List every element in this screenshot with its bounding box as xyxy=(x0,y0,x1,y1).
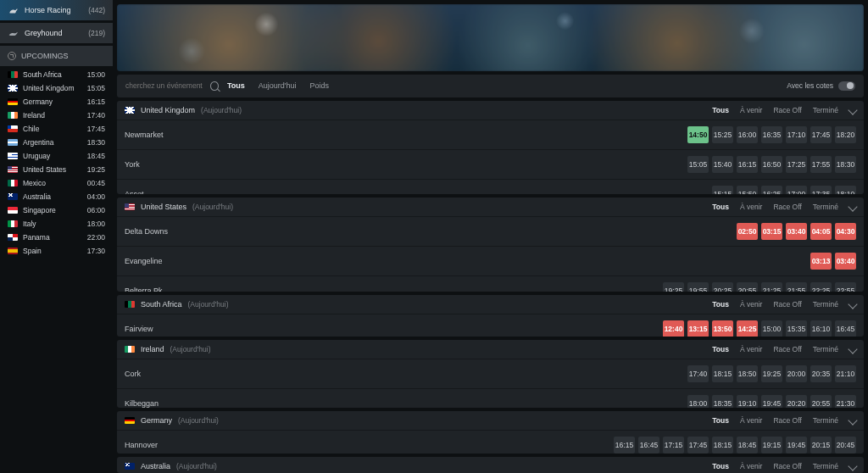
time-chip[interactable]: 03:13 xyxy=(810,253,832,270)
time-chip[interactable]: 15:35 xyxy=(786,320,807,337)
time-chip[interactable]: 19:45 xyxy=(786,437,807,454)
time-chip[interactable]: 16:10 xyxy=(810,320,832,337)
time-chip[interactable]: 16:00 xyxy=(737,126,758,143)
filter-raceoff[interactable]: Race Off xyxy=(773,106,801,114)
filter-all[interactable]: Tous xyxy=(712,106,729,114)
filter-raceoff[interactable]: Race Off xyxy=(773,300,801,309)
time-chip[interactable]: 16:45 xyxy=(835,320,856,337)
time-chip[interactable]: 17:55 xyxy=(810,156,832,173)
upcoming-row[interactable]: United Kingdom15:05 xyxy=(0,81,113,95)
time-chip[interactable]: 16:45 xyxy=(638,437,659,454)
chevron-down-icon[interactable] xyxy=(848,105,857,114)
time-chip[interactable]: 17:10 xyxy=(786,126,807,143)
upcoming-row[interactable]: Chile17:45 xyxy=(0,122,113,136)
time-chip[interactable]: 04:30 xyxy=(835,223,856,240)
time-chip[interactable]: 15:25 xyxy=(712,126,733,143)
upcoming-row[interactable]: Mexico00:45 xyxy=(0,176,113,190)
time-chip[interactable]: 16:15 xyxy=(614,437,635,454)
time-chip[interactable]: 20:15 xyxy=(810,437,832,454)
time-chip[interactable]: 17:40 xyxy=(687,365,709,382)
time-chip[interactable]: 16:25 xyxy=(761,186,782,194)
time-chip[interactable]: 03:15 xyxy=(761,223,782,240)
time-chip[interactable]: 17:15 xyxy=(663,437,684,454)
filter-upcoming[interactable]: À venir xyxy=(740,203,762,211)
time-chip[interactable]: 16:50 xyxy=(761,156,782,173)
filter-done[interactable]: Terminé xyxy=(813,345,838,353)
upcoming-row[interactable]: Singapore06:00 xyxy=(0,203,113,217)
search-box[interactable] xyxy=(125,79,219,93)
tab-aujourd'hui[interactable]: Aujourd'hui xyxy=(259,80,297,92)
time-chip[interactable]: 19:45 xyxy=(761,395,782,408)
tab-tous[interactable]: Tous xyxy=(227,80,245,92)
time-chip[interactable]: 18:15 xyxy=(712,365,733,382)
filter-done[interactable]: Terminé xyxy=(813,203,838,211)
time-chip[interactable]: 18:35 xyxy=(712,395,733,408)
filter-upcoming[interactable]: À venir xyxy=(740,462,762,470)
filter-all[interactable]: Tous xyxy=(712,462,729,470)
time-chip[interactable]: 16:35 xyxy=(761,126,782,143)
filter-upcoming[interactable]: À venir xyxy=(740,106,762,114)
time-chip[interactable]: 20:55 xyxy=(810,395,832,408)
time-chip[interactable]: 18:10 xyxy=(835,186,856,194)
time-chip[interactable]: 20:45 xyxy=(835,437,856,454)
time-chip[interactable]: 20:25 xyxy=(712,282,733,291)
time-chip[interactable]: 03:40 xyxy=(835,253,856,270)
upcoming-row[interactable]: Australia04:00 xyxy=(0,190,113,203)
time-chip[interactable]: 20:00 xyxy=(786,365,807,382)
sport-row-horse-racing[interactable]: Horse Racing(442) xyxy=(0,0,113,20)
filter-raceoff[interactable]: Race Off xyxy=(773,416,801,425)
time-chip[interactable]: 19:55 xyxy=(687,282,709,291)
upcoming-row[interactable]: Ireland17:40 xyxy=(0,109,113,122)
time-chip[interactable]: 21:30 xyxy=(835,395,856,408)
time-chip[interactable]: 21:25 xyxy=(761,282,782,291)
filter-all[interactable]: Tous xyxy=(712,416,729,425)
time-chip[interactable]: 16:15 xyxy=(737,156,758,173)
time-chip[interactable]: 18:00 xyxy=(687,395,709,408)
time-chip[interactable]: 17:35 xyxy=(810,186,832,194)
filter-all[interactable]: Tous xyxy=(712,345,729,353)
upcoming-row[interactable]: South Africa15:00 xyxy=(0,68,113,81)
time-chip[interactable]: 14:50 xyxy=(687,126,709,143)
chevron-down-icon[interactable] xyxy=(848,299,857,309)
time-chip[interactable]: 13:50 xyxy=(712,320,733,337)
time-chip[interactable]: 14:25 xyxy=(737,320,758,337)
chevron-down-icon[interactable] xyxy=(848,461,857,470)
upcoming-row[interactable]: Argentina18:30 xyxy=(0,136,113,149)
filter-done[interactable]: Terminé xyxy=(813,300,838,309)
filter-all[interactable]: Tous xyxy=(712,300,729,309)
time-chip[interactable]: 20:20 xyxy=(786,395,807,408)
time-chip[interactable]: 19:15 xyxy=(761,437,782,454)
upcoming-row[interactable]: United States19:25 xyxy=(0,163,113,176)
time-chip[interactable]: 17:45 xyxy=(810,126,832,143)
filter-upcoming[interactable]: À venir xyxy=(740,416,762,425)
filter-raceoff[interactable]: Race Off xyxy=(773,203,801,211)
time-chip[interactable]: 22:25 xyxy=(810,282,832,291)
time-chip[interactable]: 12:40 xyxy=(663,320,684,337)
time-chip[interactable]: 18:20 xyxy=(835,126,856,143)
time-chip[interactable]: 19:25 xyxy=(761,365,782,382)
filter-raceoff[interactable]: Race Off xyxy=(773,345,801,353)
filter-done[interactable]: Terminé xyxy=(813,106,838,114)
time-chip[interactable]: 20:35 xyxy=(810,365,832,382)
time-chip[interactable]: 15:05 xyxy=(687,156,709,173)
filter-upcoming[interactable]: À venir xyxy=(740,345,762,353)
chevron-down-icon[interactable] xyxy=(848,203,857,212)
time-chip[interactable]: 21:10 xyxy=(835,365,856,382)
time-chip[interactable]: 17:00 xyxy=(786,186,807,194)
tab-poids[interactable]: Poids xyxy=(310,80,330,92)
odds-toggle[interactable] xyxy=(838,81,855,91)
time-chip[interactable]: 20:55 xyxy=(737,282,758,291)
filter-all[interactable]: Tous xyxy=(712,203,729,211)
time-chip[interactable]: 19:25 xyxy=(663,282,684,291)
upcoming-row[interactable]: Italy18:00 xyxy=(0,217,113,231)
filter-done[interactable]: Terminé xyxy=(813,462,838,470)
time-chip[interactable]: 15:40 xyxy=(712,156,733,173)
search-input[interactable] xyxy=(125,81,205,90)
time-chip[interactable]: 18:50 xyxy=(737,365,758,382)
time-chip[interactable]: 18:15 xyxy=(712,437,733,454)
chevron-down-icon[interactable] xyxy=(848,345,857,354)
time-chip[interactable]: 17:25 xyxy=(786,156,807,173)
time-chip[interactable]: 19:10 xyxy=(737,395,758,408)
time-chip[interactable]: 21:55 xyxy=(786,282,807,291)
time-chip[interactable]: 15:50 xyxy=(737,186,758,194)
